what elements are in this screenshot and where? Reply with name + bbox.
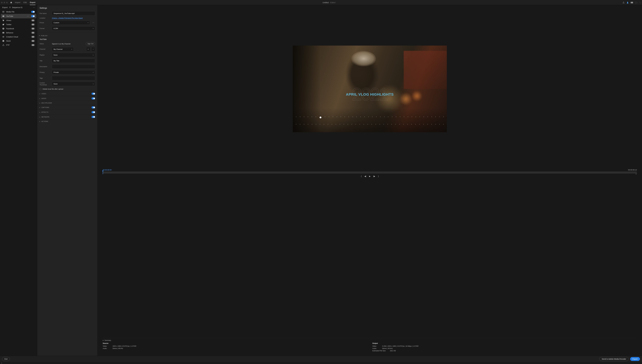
destination-behance[interactable]: Bē Behance [1, 31, 36, 35]
location-link[interactable]: /Users/.../Adobe Premiere Pro Auto-Save/ [52, 17, 83, 19]
format-select[interactable]: H.264 ▾ [52, 26, 95, 30]
mark-out-button[interactable]: } [378, 175, 379, 177]
mark-in-button[interactable]: { [361, 175, 362, 177]
section-metadata[interactable]: ▸ METADATA [37, 114, 98, 119]
section-captions[interactable]: ▸ CAPTIONS [37, 105, 98, 110]
minimize-window-icon[interactable] [4, 2, 5, 3]
section-video[interactable]: ▸ VIDEO [37, 91, 98, 96]
close-window-icon[interactable] [1, 2, 3, 3]
filename-input[interactable] [52, 11, 95, 16]
media-file-toggle[interactable] [31, 11, 35, 13]
ftp-toggle[interactable] [31, 44, 35, 46]
svg-rect-1 [631, 2, 632, 3]
creative-cloud-toggle[interactable] [31, 36, 35, 38]
maximize-window-icon[interactable] [6, 2, 8, 3]
timeline-ruler[interactable] [103, 171, 637, 174]
tab-import[interactable]: Import [15, 0, 21, 5]
facebook-toggle[interactable] [31, 28, 35, 30]
playhead[interactable] [103, 171, 103, 174]
play-button[interactable]: ▶ [369, 175, 371, 177]
share-icon[interactable] [622, 2, 624, 4]
thumbnail-select[interactable]: None ▾ [52, 82, 95, 86]
summary-output: Output Video: H.264 | 1920 x 1080 | 23.9… [372, 342, 637, 352]
section-actions[interactable]: ▸ ACTIONS [37, 119, 98, 124]
publish-section-header[interactable]: ▾ PUBLISH [37, 34, 98, 37]
destination-youtube[interactable]: YouTube ⋯ [1, 14, 36, 18]
source-video-label: Video: [103, 345, 111, 347]
section-label: METADATA [42, 116, 90, 118]
title-row: Title [37, 58, 98, 64]
behance-toggle[interactable] [31, 32, 35, 34]
delete-local-checkbox[interactable] [40, 88, 41, 90]
destination-media-file[interactable]: Media File [1, 10, 36, 14]
send-to-ame-button[interactable]: Send to Adobe Media Encoder [599, 357, 629, 361]
beaker-icon[interactable] [626, 2, 629, 4]
summary-columns: Source Video: 1920 x 1080 | 23.976 fps |… [103, 342, 637, 352]
playlist-value: None [54, 54, 58, 56]
more-options-icon[interactable]: ⋯ [33, 6, 35, 8]
timecode-row: 00:00:00:00 00:00:06:10 [103, 168, 637, 171]
stock-toggle[interactable] [31, 40, 35, 42]
svg-rect-3 [635, 2, 637, 3]
vimeo-icon [2, 20, 5, 22]
section-audio[interactable]: ▸ AUDIO [37, 96, 98, 101]
empty-panel-icon[interactable] [635, 2, 637, 3]
export-label: Export: [2, 6, 8, 8]
home-icon[interactable] [10, 2, 12, 4]
fullscreen-icon[interactable] [639, 2, 641, 4]
add-channel-button[interactable]: + [86, 47, 90, 51]
preset-select[interactable]: Custom ▾ [52, 20, 90, 25]
summary-section: ▾ Summary Source Video: 1920 x 1080 | 23… [103, 338, 637, 353]
overlay-dots-row-1 [296, 116, 444, 118]
destination-label: Twitter [6, 24, 30, 26]
youtube-more-icon[interactable]: ⋯ [27, 15, 29, 17]
workspace-icon[interactable] [631, 2, 633, 4]
description-label: Description [40, 66, 51, 68]
summary-header[interactable]: ▾ Summary [103, 340, 637, 342]
tab-export[interactable]: Export [30, 0, 35, 5]
destination-vimeo[interactable]: Vimeo [1, 18, 36, 22]
destination-ftp[interactable]: FTP [1, 43, 36, 47]
gear-icon[interactable]: ⚙ [1, 362, 2, 364]
playlist-select[interactable]: None ▾ [52, 53, 95, 57]
svg-rect-2 [632, 2, 633, 3]
destination-list: Media File YouTube ⋯ Vimeo Twitter [0, 10, 37, 47]
summary-source: Source Video: 1920 x 1080 | 23.976 fps |… [103, 342, 367, 352]
section-effects[interactable]: ▸ EFFECTS [37, 110, 98, 114]
out-point-marker[interactable] [635, 174, 636, 174]
metadata-toggle[interactable] [92, 116, 95, 118]
privacy-select[interactable]: Private ▾ [52, 70, 95, 74]
video-toggle[interactable] [92, 93, 95, 95]
sign-out-button[interactable]: Sign Out [86, 42, 95, 46]
youtube-toggle[interactable] [31, 15, 35, 17]
section-multiplexer[interactable]: ▸ MULTIPLEXER [37, 101, 98, 105]
remove-channel-button[interactable]: − [91, 47, 95, 51]
audio-toggle[interactable] [92, 98, 95, 100]
tags-input[interactable] [52, 76, 95, 80]
title-input[interactable] [52, 59, 95, 63]
destination-stock[interactable]: St Stock [1, 39, 36, 43]
destination-facebook[interactable]: Facebook [1, 26, 36, 31]
output-video-value: H.264 | 1920 x 1080 | 23.976 fps | 16 Mb… [382, 345, 418, 347]
effects-toggle[interactable] [92, 111, 95, 113]
destination-twitter[interactable]: Twitter [1, 22, 36, 26]
channel-select[interactable]: My Channel ▾ [52, 47, 74, 51]
chevron-down-icon: ▾ [103, 340, 104, 341]
destination-creative-cloud[interactable]: Creative Cloud [1, 35, 36, 39]
captions-toggle[interactable] [92, 106, 95, 108]
exit-button[interactable]: Exit [2, 357, 10, 361]
tab-edit[interactable]: Edit [24, 0, 27, 5]
step-forward-button[interactable]: |▶ [373, 175, 375, 177]
transport-controls: { ◀| ▶ |▶ } [103, 174, 637, 179]
export-button[interactable]: Export [630, 357, 640, 361]
publish-label: PUBLISH [41, 35, 48, 36]
video-preview[interactable]: 2021 APRIL VLOG HIGHLIGHTS [293, 46, 447, 132]
description-input[interactable] [52, 64, 95, 69]
step-back-button[interactable]: ◀| [364, 175, 366, 177]
twitter-toggle[interactable] [31, 24, 35, 26]
timecode-out[interactable]: 00:00:06:10 [628, 169, 637, 171]
chevron-down-icon: ▾ [39, 35, 40, 36]
timecode-in[interactable]: 00:00:00:00 [103, 169, 112, 171]
preset-more-icon[interactable]: ⋯ [91, 21, 95, 25]
vimeo-toggle[interactable] [31, 20, 35, 22]
